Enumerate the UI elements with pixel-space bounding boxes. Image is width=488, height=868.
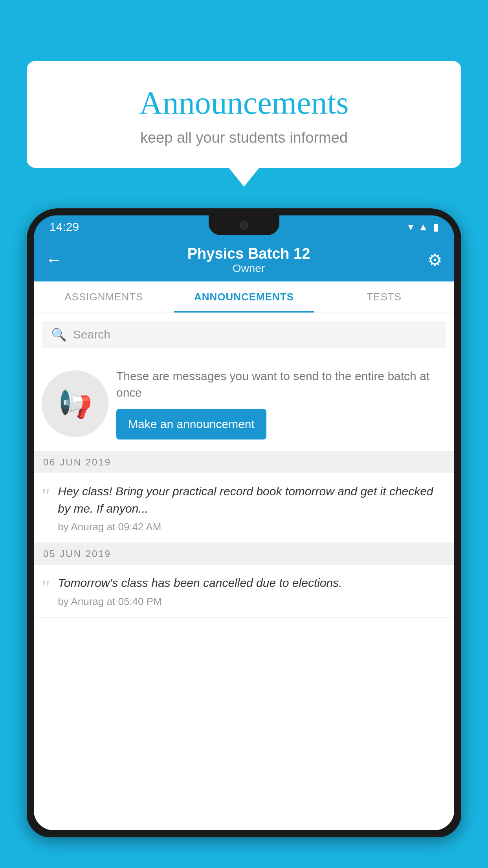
battery-icon: ▮ (433, 221, 438, 233)
status-icons: ▾ ▲ ▮ (408, 221, 438, 233)
announcement-promo: 📢 These are messages you want to send to… (34, 356, 454, 451)
announcement-item-1: " Hey class! Bring your practical record… (34, 473, 454, 543)
date-separator-2: 05 JUN 2019 (34, 543, 454, 565)
gear-icon[interactable]: ⚙ (427, 250, 442, 270)
phone-outer: 14:29 ▾ ▲ ▮ ← Physics Batch 12 Owner ⚙ A… (27, 208, 461, 837)
announcement-body-2: Tomorrow's class has been cancelled due … (58, 574, 446, 608)
announcement-item-2: " Tomorrow's class has been cancelled du… (34, 565, 454, 618)
phone-notch (209, 215, 279, 235)
quote-icon-2: " (42, 577, 50, 598)
app-bar: ← Physics Batch 12 Owner ⚙ (34, 238, 454, 281)
quote-icon-1: " (42, 486, 50, 506)
speech-bubble: Announcements keep all your students inf… (27, 61, 461, 168)
make-announcement-button[interactable]: Make an announcement (116, 409, 266, 440)
app-bar-subtitle: Owner (70, 262, 427, 275)
search-placeholder: Search (73, 328, 110, 341)
phone-camera (240, 221, 248, 230)
search-icon: 🔍 (51, 327, 67, 342)
signal-icon: ▲ (418, 221, 428, 233)
speech-bubble-container: Announcements keep all your students inf… (27, 61, 461, 168)
megaphone-icon: 📢 (58, 388, 92, 420)
announcement-meta-2: by Anurag at 05:40 PM (58, 596, 446, 608)
tab-assignments[interactable]: ASSIGNMENTS (34, 281, 174, 313)
promo-icon-circle: 📢 (42, 370, 108, 437)
tab-tests[interactable]: TESTS (314, 281, 454, 313)
app-bar-center: Physics Batch 12 Owner (70, 245, 427, 275)
search-bar[interactable]: 🔍 Search (42, 321, 446, 348)
date-separator-1: 06 JUN 2019 (34, 451, 454, 473)
announcement-body-1: Hey class! Bring your practical record b… (58, 483, 446, 533)
phone-content: 🔍 Search 📢 These are messages you want t… (34, 313, 454, 830)
bubble-subtitle: keep all your students informed (46, 129, 442, 146)
promo-text: These are messages you want to send to t… (116, 368, 446, 401)
back-button[interactable]: ← (46, 250, 62, 269)
app-bar-title: Physics Batch 12 (70, 245, 427, 262)
tab-bar: ASSIGNMENTS ANNOUNCEMENTS TESTS (34, 281, 454, 313)
phone-frame: 14:29 ▾ ▲ ▮ ← Physics Batch 12 Owner ⚙ A… (27, 208, 461, 868)
announcement-text-2: Tomorrow's class has been cancelled due … (58, 574, 446, 592)
tab-announcements[interactable]: ANNOUNCEMENTS (174, 281, 314, 313)
status-time: 14:29 (50, 220, 79, 234)
bubble-title: Announcements (46, 85, 442, 121)
promo-right: These are messages you want to send to t… (116, 368, 446, 440)
announcement-meta-1: by Anurag at 09:42 AM (58, 521, 446, 533)
announcement-text-1: Hey class! Bring your practical record b… (58, 483, 446, 517)
wifi-icon: ▾ (408, 221, 413, 233)
